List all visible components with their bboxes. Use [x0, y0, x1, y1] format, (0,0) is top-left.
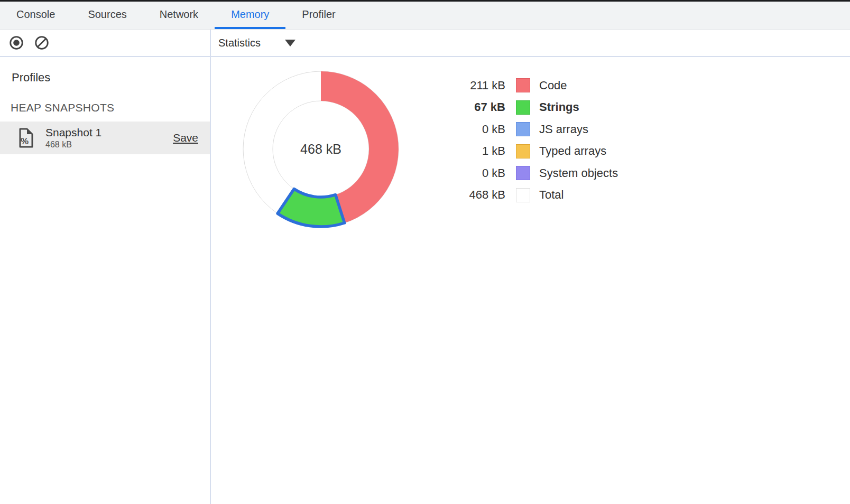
- legend-row-code[interactable]: 211 kB Code: [425, 74, 618, 97]
- donut-slice-strings[interactable]: [278, 189, 345, 227]
- tab-console[interactable]: Console: [0, 2, 71, 29]
- legend-label: Total: [539, 188, 563, 202]
- legend-value: 1 kB: [425, 144, 505, 158]
- snapshot-name: Snapshot 1: [45, 126, 173, 139]
- heap-snapshot-icon: %: [17, 127, 35, 148]
- legend-row-strings[interactable]: 67 kB Strings: [425, 97, 618, 119]
- memory-toolbar: Statistics: [0, 30, 850, 57]
- legend-label: Code: [539, 79, 567, 92]
- heap-snapshots-section-heading: HEAP SNAPSHOTS: [0, 85, 210, 114]
- legend-value: 67 kB: [425, 100, 505, 114]
- clear-profiles-button[interactable]: [34, 35, 50, 51]
- svg-text:%: %: [21, 136, 29, 146]
- legend-swatch-strings: [516, 100, 530, 115]
- legend-swatch-js-arrays: [516, 122, 530, 136]
- devtools-tabbar: Console Sources Network Memory Profiler: [0, 2, 850, 30]
- legend-swatch-typed-arrays: [516, 144, 530, 158]
- legend-row-total[interactable]: 468 kB Total: [425, 184, 618, 207]
- legend-swatch-code: [516, 78, 530, 92]
- profiles-heading: Profiles: [0, 57, 210, 85]
- snapshot-size: 468 kB: [45, 140, 173, 150]
- perspective-dropdown-label: Statistics: [218, 37, 261, 49]
- tab-memory[interactable]: Memory: [215, 2, 285, 29]
- legend-row-js-arrays[interactable]: 0 kB JS arrays: [425, 118, 618, 141]
- view-toolbar: Statistics: [211, 30, 850, 56]
- record-heap-snapshot-button[interactable]: [8, 35, 24, 51]
- legend-row-typed-arrays[interactable]: 1 kB Typed arrays: [425, 141, 618, 163]
- profiles-sidebar: Profiles HEAP SNAPSHOTS % Snapshot 1 468…: [0, 57, 211, 504]
- profiles-toolbar: [0, 30, 211, 56]
- legend-value: 0 kB: [425, 123, 505, 136]
- tab-sources[interactable]: Sources: [71, 2, 143, 29]
- tab-network[interactable]: Network: [143, 2, 215, 29]
- statistics-view: 468 kB 211 kB Code 67 kB Strings 0 kB JS…: [211, 57, 850, 504]
- legend-label: JS arrays: [539, 123, 588, 136]
- panel-content: Profiles HEAP SNAPSHOTS % Snapshot 1 468…: [0, 57, 850, 504]
- legend-value: 0 kB: [425, 166, 505, 180]
- heap-statistics-donut-chart: 468 kB: [236, 64, 405, 234]
- legend-label: Strings: [539, 100, 579, 114]
- donut-total-label: 468 kB: [300, 142, 341, 156]
- chart-legend: 211 kB Code 67 kB Strings 0 kB JS arrays…: [425, 74, 618, 206]
- perspective-dropdown[interactable]: Statistics: [218, 37, 295, 49]
- clear-all-icon: [34, 35, 50, 51]
- legend-value: 468 kB: [425, 188, 505, 202]
- legend-value: 211 kB: [425, 79, 505, 92]
- record-icon: [8, 35, 24, 51]
- save-snapshot-link[interactable]: Save: [173, 132, 198, 144]
- snapshot-list-item[interactable]: % Snapshot 1 468 kB Save: [0, 122, 210, 154]
- chevron-down-icon: [285, 40, 295, 46]
- legend-label: Typed arrays: [539, 144, 606, 158]
- tab-profiler[interactable]: Profiler: [285, 2, 352, 29]
- devtools-memory-panel: Console Sources Network Memory Profiler: [0, 0, 850, 504]
- legend-row-system-objects[interactable]: 0 kB System objects: [425, 162, 618, 184]
- legend-swatch-total: [516, 188, 530, 202]
- legend-swatch-system-objects: [516, 166, 530, 180]
- legend-label: System objects: [539, 166, 618, 180]
